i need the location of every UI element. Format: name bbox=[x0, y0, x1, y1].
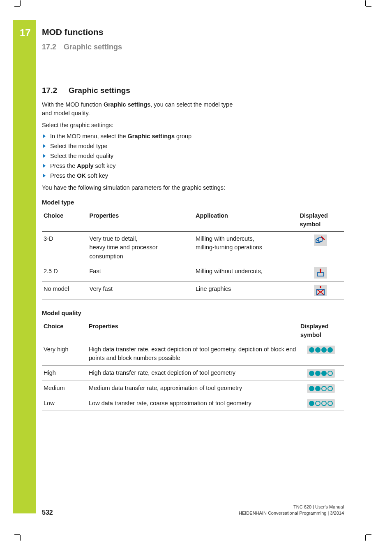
t1-h-sym: Displayed symbol bbox=[298, 209, 344, 232]
model-type-table: Choice Properties Application Displayed … bbox=[42, 209, 344, 299]
step-item: Select the model type bbox=[42, 142, 344, 151]
intro-paragraph: With the MOD function Graphic settings, … bbox=[42, 100, 239, 118]
step-item: Select the model quality bbox=[42, 152, 344, 160]
table-row: LowLow data transfer rate, coarse approx… bbox=[42, 396, 344, 411]
footer-line2: HEIDENHAIN Conversational Programming | … bbox=[239, 510, 344, 516]
t2-h-choice: Choice bbox=[42, 320, 87, 342]
chapter-number: 17 bbox=[20, 27, 31, 39]
lead-text: Select the graphic settings: bbox=[42, 121, 344, 130]
quality-dots-icon bbox=[307, 399, 335, 408]
quality-dots-icon bbox=[307, 384, 335, 393]
subsection-header: 17.2Graphic settings bbox=[42, 43, 122, 51]
model-quality-table: Choice Properties Displayed symbol Very … bbox=[42, 320, 344, 411]
after-text: You have the following simulation parame… bbox=[42, 183, 344, 192]
table-row: 3-DVery true to detail, heavy time and p… bbox=[42, 232, 344, 264]
nomodel-icon bbox=[314, 285, 327, 296]
table-row: Very highHigh data transfer rate, exact … bbox=[42, 342, 344, 366]
table-row: MediumMedium data transfer rate, approxi… bbox=[42, 381, 344, 396]
page-footer: 532 TNC 620 | User's Manual HEIDENHAIN C… bbox=[42, 504, 344, 516]
page-number: 532 bbox=[42, 509, 53, 516]
t1-h-app: Application bbox=[194, 209, 298, 232]
table1-title: Model type bbox=[42, 198, 344, 207]
svg-rect-1 bbox=[320, 269, 321, 271]
footer-right: TNC 620 | User's Manual HEIDENHAIN Conve… bbox=[239, 504, 344, 516]
table2-title: Model quality bbox=[42, 309, 344, 318]
subsection-title: Graphic settings bbox=[64, 43, 122, 51]
heading-title: Graphic settings bbox=[69, 86, 130, 95]
quality-dots-icon bbox=[307, 346, 335, 354]
t1-h-choice: Choice bbox=[42, 209, 88, 232]
chapter-tab bbox=[13, 20, 36, 513]
chapter-title: MOD functions bbox=[42, 27, 122, 37]
t2-h-props: Properties bbox=[87, 320, 299, 342]
t1-h-props: Properties bbox=[88, 209, 194, 232]
subsection-number: 17.2 bbox=[42, 43, 56, 51]
table-row: 2.5 DFastMilling without undercuts, bbox=[42, 264, 344, 281]
steps-list: In the MOD menu, select the Graphic sett… bbox=[42, 132, 344, 180]
svg-rect-2 bbox=[320, 286, 321, 288]
quality-dots-icon bbox=[307, 369, 335, 378]
main-content: 17.2Graphic settings With the MOD functi… bbox=[42, 85, 344, 411]
svg-rect-0 bbox=[317, 273, 324, 276]
t2-h-sym: Displayed symbol bbox=[299, 320, 344, 342]
3d-icon bbox=[314, 235, 327, 246]
step-item: Press the Apply soft key bbox=[42, 162, 344, 170]
intro-bold: Graphic settings bbox=[104, 101, 150, 108]
section-heading: 17.2Graphic settings bbox=[42, 85, 344, 96]
step-item: Press the OK soft key bbox=[42, 172, 344, 180]
intro-pre: With the MOD function bbox=[42, 101, 104, 108]
25d-icon bbox=[314, 267, 327, 279]
step-item: In the MOD menu, select the Graphic sett… bbox=[42, 132, 344, 141]
heading-number: 17.2 bbox=[42, 86, 57, 95]
table-row: No modelVery fastLine graphics bbox=[42, 281, 344, 299]
footer-line1: TNC 620 | User's Manual bbox=[239, 504, 344, 510]
table-row: HighHigh data transfer rate, exact depic… bbox=[42, 366, 344, 381]
page-header: MOD functions 17.2Graphic settings bbox=[42, 27, 122, 51]
